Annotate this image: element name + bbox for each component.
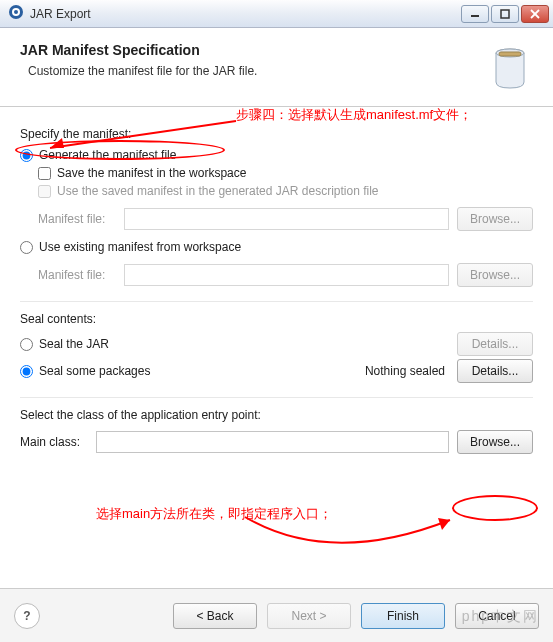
manifest-file-label-2: Manifest file: bbox=[38, 268, 116, 282]
radio-seal-jar-label: Seal the JAR bbox=[39, 337, 109, 351]
svg-point-2 bbox=[14, 10, 18, 14]
help-icon: ? bbox=[23, 609, 30, 623]
page-subtitle: Customize the manifest file for the JAR … bbox=[28, 64, 257, 78]
window-title: JAR Export bbox=[30, 7, 91, 21]
check-use-saved-manifest-input bbox=[38, 185, 51, 198]
main-class-input[interactable] bbox=[96, 431, 449, 453]
svg-rect-4 bbox=[501, 10, 509, 18]
seal-some-row: Seal some packages Nothing sealed Detail… bbox=[20, 359, 533, 383]
radio-generate-manifest[interactable]: Generate the manifest file bbox=[20, 147, 533, 163]
check-save-manifest-input[interactable] bbox=[38, 167, 51, 180]
svg-rect-9 bbox=[499, 52, 521, 56]
app-icon bbox=[8, 4, 24, 23]
manifest-file-input-1 bbox=[124, 208, 449, 230]
titlebar-left: JAR Export bbox=[8, 4, 91, 23]
jar-icon bbox=[485, 42, 535, 92]
radio-use-existing-manifest-input[interactable] bbox=[20, 241, 33, 254]
seal-group-label: Seal contents: bbox=[20, 312, 533, 326]
header-text: JAR Manifest Specification Customize the… bbox=[20, 42, 257, 78]
nothing-sealed-text: Nothing sealed bbox=[365, 364, 445, 378]
separator-2 bbox=[20, 397, 533, 398]
seal-jar-row: Seal the JAR Details... bbox=[20, 332, 533, 356]
browse-button-main[interactable]: Browse... bbox=[457, 430, 533, 454]
radio-seal-some[interactable]: Seal some packages bbox=[20, 364, 150, 378]
help-button[interactable]: ? bbox=[14, 603, 40, 629]
next-button: Next > bbox=[267, 603, 351, 629]
details-button-1: Details... bbox=[457, 332, 533, 356]
manifest-group-label: Specify the manifest: bbox=[20, 127, 533, 141]
titlebar: JAR Export bbox=[0, 0, 553, 28]
browse-button-1: Browse... bbox=[457, 207, 533, 231]
window-controls bbox=[461, 5, 549, 23]
radio-seal-jar-input[interactable] bbox=[20, 338, 33, 351]
manifest-file-row-2: Manifest file: Browse... bbox=[38, 263, 533, 287]
minimize-button[interactable] bbox=[461, 5, 489, 23]
radio-generate-manifest-input[interactable] bbox=[20, 149, 33, 162]
entry-group-label: Select the class of the application entr… bbox=[20, 408, 533, 422]
radio-use-existing-manifest[interactable]: Use existing manifest from workspace bbox=[20, 239, 533, 255]
finish-button[interactable]: Finish bbox=[361, 603, 445, 629]
separator-1 bbox=[20, 301, 533, 302]
close-button[interactable] bbox=[521, 5, 549, 23]
check-save-manifest-label: Save the manifest in the workspace bbox=[57, 166, 246, 180]
main-class-label: Main class: bbox=[20, 435, 88, 449]
svg-marker-12 bbox=[438, 518, 450, 530]
radio-seal-some-input[interactable] bbox=[20, 365, 33, 378]
manifest-file-row-1: Manifest file: Browse... bbox=[38, 207, 533, 231]
watermark: php中文网 bbox=[462, 608, 539, 626]
browse-button-2: Browse... bbox=[457, 263, 533, 287]
maximize-button[interactable] bbox=[491, 5, 519, 23]
check-use-saved-manifest: Use the saved manifest in the generated … bbox=[38, 183, 533, 199]
annotation-oval-browse bbox=[452, 495, 538, 521]
radio-seal-jar[interactable]: Seal the JAR bbox=[20, 337, 109, 351]
page-title: JAR Manifest Specification bbox=[20, 42, 257, 58]
radio-generate-manifest-label: Generate the manifest file bbox=[39, 148, 176, 162]
check-save-manifest[interactable]: Save the manifest in the workspace bbox=[38, 165, 533, 181]
manifest-file-input-2 bbox=[124, 264, 449, 286]
annotation-arrow-main bbox=[240, 512, 460, 572]
radio-use-existing-manifest-label: Use existing manifest from workspace bbox=[39, 240, 241, 254]
details-button-2[interactable]: Details... bbox=[457, 359, 533, 383]
back-button[interactable]: < Back bbox=[173, 603, 257, 629]
main-class-row: Main class: Browse... bbox=[20, 430, 533, 454]
header-panel: JAR Manifest Specification Customize the… bbox=[0, 28, 553, 107]
check-use-saved-manifest-label: Use the saved manifest in the generated … bbox=[57, 184, 379, 198]
annotation-main: 选择main方法所在类，即指定程序入口； bbox=[96, 505, 332, 523]
manifest-file-label-1: Manifest file: bbox=[38, 212, 116, 226]
content-area: Specify the manifest: Generate the manif… bbox=[0, 107, 553, 454]
radio-seal-some-label: Seal some packages bbox=[39, 364, 150, 378]
